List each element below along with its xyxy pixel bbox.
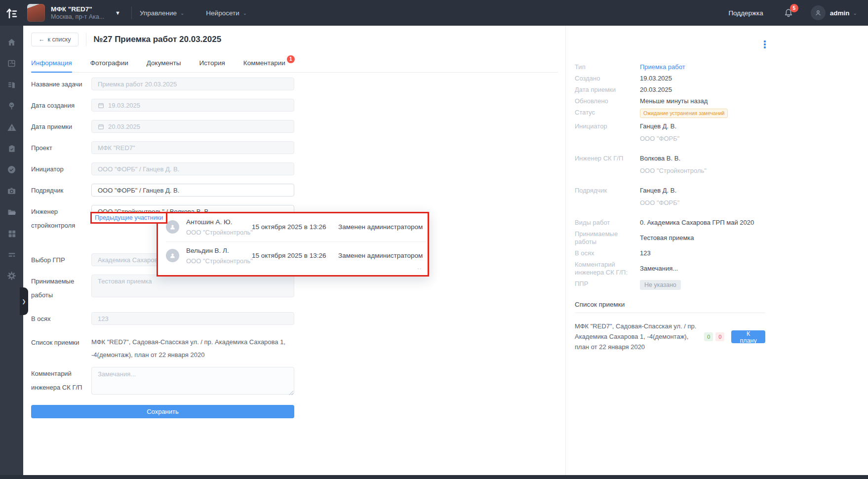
chevron-down-icon: ⌄ (853, 10, 857, 16)
sidebar-item-modules[interactable] (0, 223, 23, 244)
person-org: ООО "ФОРБ" (640, 199, 765, 207)
menu-item-management[interactable]: Управление ⌄ (140, 9, 184, 17)
tab-comments[interactable]: Комментарии 1 (243, 56, 285, 72)
page-title: №27 Приемка работ 20.03.2025 (94, 35, 222, 44)
check-circle-icon (7, 165, 16, 174)
to-plan-button[interactable]: К плану (731, 330, 765, 343)
support-link[interactable]: Поддержка (728, 9, 763, 17)
annotation-box: Предыдущие участники (90, 212, 167, 224)
user-avatar (811, 5, 826, 20)
project-thumbnail (27, 4, 45, 22)
building-icon (7, 80, 16, 89)
tab-photos[interactable]: Фотографии (90, 56, 128, 72)
participant-row: Антошин А. Ю. ООО "Стройконтроль" 15 окт… (158, 213, 428, 241)
plan-text: МФК "RED7", Садовая-Спасская ул. / пр. А… (575, 321, 700, 352)
list-icon (7, 250, 16, 259)
left-sidebar (0, 26, 23, 479)
clipboard-check-icon (7, 144, 16, 153)
participant-status: Заменен администратором (338, 223, 423, 231)
form-row: Проект МФК "RED7" (31, 141, 294, 155)
rejected-count-badge: 0 (715, 332, 724, 341)
warning-icon (7, 122, 17, 132)
back-arrow-icon: ← (39, 36, 45, 43)
section-divider (575, 313, 765, 313)
gear-icon (7, 271, 16, 280)
notifications-badge: 5 (790, 4, 798, 12)
user-avatar (166, 249, 179, 262)
detail-row: Создано 19.03.2025 (575, 75, 765, 82)
sidebar-item-photos[interactable] (0, 180, 23, 201)
topbar-menu: Управление ⌄ Нейросети ⌄ (140, 9, 247, 17)
kebab-menu-icon[interactable] (761, 40, 768, 51)
user-menu[interactable]: admin ⌄ (811, 5, 857, 20)
initiator-field: ООО "ФОРБ" / Ганцев Д. В. (91, 162, 294, 175)
header-divider (86, 33, 86, 46)
person-name: Ганцев Д. В. (640, 187, 765, 195)
detail-row: Дата приемки 20.03.2025 (575, 86, 765, 94)
previous-participants-link[interactable]: Предыдущие участники (95, 214, 163, 222)
sidebar-item-acceptance[interactable] (0, 159, 23, 180)
form-row: Комментарий инженера СК Г/П (31, 367, 294, 397)
form-row: Дата приемки 20.03.2025 (31, 120, 294, 134)
sidebar-item-issues[interactable] (0, 117, 23, 138)
user-avatar (166, 220, 179, 234)
project-name: МФК "RED7" (51, 5, 108, 13)
floor-plan-icon (7, 59, 16, 68)
axes-field: 123 (91, 312, 294, 325)
previous-participants-popup: Антошин А. Ю. ООО "Стройконтроль" 15 окт… (157, 212, 429, 277)
sidebar-item-landscape[interactable] (0, 95, 23, 117)
acceptance-list-title: Список приемки (575, 301, 765, 308)
menu-item-neural[interactable]: Нейросети ⌄ (206, 9, 247, 17)
calendar-icon (98, 123, 104, 130)
detail-row: Инженер СК Г/П Волкова В. В. ООО "Стройк… (575, 155, 765, 175)
sidebar-item-settings[interactable] (0, 265, 23, 286)
participant-org: ООО "Стройконтроль" (186, 257, 253, 265)
app-logo[interactable] (0, 5, 23, 20)
tab-information[interactable]: Информация (31, 56, 72, 72)
form-row: Инициатор ООО "ФОРБ" / Ганцев Д. В. (31, 162, 294, 176)
sidebar-item-plans[interactable] (0, 53, 23, 74)
status-badge: Ожидание устранения замечаний (640, 109, 728, 118)
sidebar-expand-handle[interactable]: ❯ (20, 287, 28, 315)
detail-row: В осях 123 (575, 249, 765, 257)
acceptance-plan-item: МФК "RED7", Садовая-Спасская ул. / пр. А… (575, 321, 765, 352)
sidebar-item-tasks[interactable] (0, 138, 23, 159)
sidebar-item-documents[interactable] (0, 201, 23, 223)
topbar: МФК "RED7" Москва, пр-т Ака... ▼ Управле… (0, 0, 868, 26)
participant-org: ООО "Стройконтроль" (186, 229, 253, 236)
acceptance-date-field: 20.03.2025 (91, 120, 294, 133)
type-link[interactable]: Приемка работ (640, 63, 765, 71)
logo-icon (4, 5, 19, 20)
notifications-button[interactable]: 5 (783, 7, 794, 18)
sidebar-item-home[interactable] (0, 32, 23, 53)
sidebar-item-building[interactable] (0, 74, 23, 95)
accepted-works-field: Тестовая приемка (91, 275, 294, 297)
folder-icon (7, 207, 16, 217)
detail-row: Обновлено Меньше минуты назад (575, 97, 765, 105)
save-button[interactable]: Сохранить (31, 405, 294, 418)
back-to-list-button[interactable]: ← к списку (31, 33, 79, 46)
contractor-field[interactable]: ООО "ФОРБ" / Ганцев Д. В. (91, 184, 294, 197)
person-org: ООО "Стройконтроль" (640, 167, 765, 175)
bottom-edge-strip (0, 475, 868, 479)
sidebar-item-reports[interactable] (0, 244, 23, 265)
tab-documents[interactable]: Документы (147, 56, 181, 72)
engineer-comment-textarea[interactable] (91, 367, 294, 395)
participant-row: Вельдин В. Л. ООО "Стройконтроль" 15 окт… (158, 242, 428, 270)
home-icon (7, 38, 16, 47)
project-switcher[interactable]: МФК "RED7" Москва, пр-т Ака... ▼ (27, 4, 120, 22)
form-row: Название задачи Приемка работ 20.03.2025 (31, 78, 294, 91)
ppr-badge: Не указано (640, 280, 681, 290)
participant-name: Антошин А. Ю. (186, 218, 232, 226)
grid-icon (7, 229, 16, 238)
detail-row: Подрядчик Ганцев Д. В. ООО "ФОРБ" (575, 187, 765, 207)
tab-bar: Информация Фотографии Документы История … (31, 56, 558, 73)
created-date-field: 19.03.2025 (91, 99, 294, 112)
tab-history[interactable]: История (199, 56, 225, 72)
tree-icon (7, 101, 16, 111)
detail-row: ППР Не указано (575, 280, 765, 290)
task-name-field: Приемка работ 20.03.2025 (91, 78, 294, 90)
detail-row: Статус Ожидание устранения замечаний (575, 109, 765, 118)
accepted-count-badge: 0 (704, 332, 713, 341)
project-location: Москва, пр-т Ака... (51, 13, 108, 21)
